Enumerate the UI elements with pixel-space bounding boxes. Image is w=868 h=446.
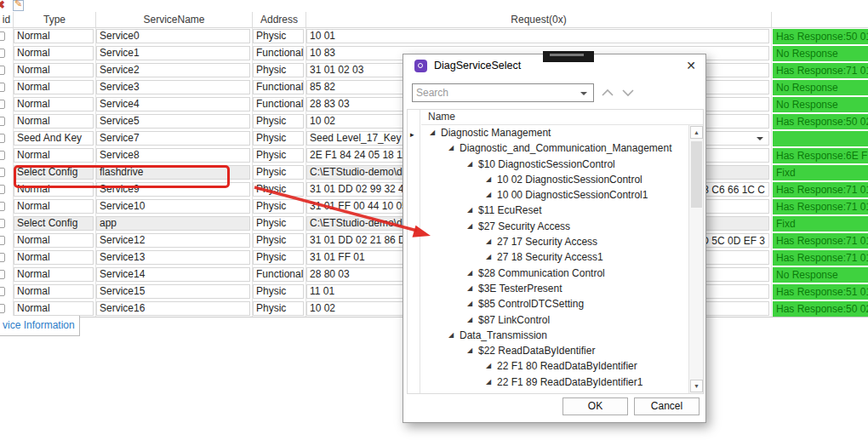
address-cell[interactable]: Physic <box>253 300 306 317</box>
type-cell[interactable]: Select Config <box>14 215 96 232</box>
tree-item[interactable]: ◢ $3E TesterPresent <box>421 281 688 296</box>
type-cell[interactable]: Normal <box>14 283 96 300</box>
request-cell[interactable]: 10 01 <box>306 28 772 45</box>
service-name-cell[interactable]: Service14 <box>96 266 253 283</box>
row-checkbox[interactable] <box>0 270 5 279</box>
row-checkbox[interactable] <box>0 100 5 109</box>
col-header-address[interactable]: Address <box>253 12 306 28</box>
row-checkbox[interactable] <box>0 236 5 245</box>
type-cell[interactable]: Normal <box>14 113 96 130</box>
service-name-cell[interactable]: Service7 <box>96 130 253 147</box>
edit-icon[interactable]: ✎ <box>13 0 24 11</box>
address-cell[interactable]: Physic <box>253 181 306 198</box>
scrollbar-thumb[interactable] <box>691 141 702 208</box>
tree-item[interactable]: ◢ 27 17 Security Access <box>421 234 688 249</box>
service-name-cell[interactable]: Service4 <box>96 96 253 113</box>
close-icon[interactable]: ✕ <box>686 59 696 72</box>
tree-item[interactable]: ◢ Diagnostic_and_Communication_Managemen… <box>421 140 688 156</box>
type-cell[interactable]: Normal <box>14 79 96 96</box>
type-cell[interactable]: Normal <box>14 266 96 283</box>
service-name-cell[interactable]: Service12 <box>96 232 253 249</box>
row-checkbox[interactable] <box>0 185 5 194</box>
type-cell[interactable]: Normal <box>14 198 96 215</box>
service-name-cell[interactable]: app <box>96 215 253 232</box>
address-cell[interactable]: Physic <box>253 198 306 215</box>
row-checkbox[interactable] <box>0 66 5 75</box>
search-dropdown-icon[interactable] <box>580 92 587 99</box>
row-checkbox[interactable] <box>0 134 5 143</box>
tree-item[interactable]: ◢ $87 LinkControl <box>421 312 688 328</box>
address-cell[interactable]: Physic <box>253 215 306 232</box>
address-cell[interactable]: Physic <box>253 283 306 300</box>
service-name-cell[interactable]: Service13 <box>96 249 253 266</box>
col-header-id[interactable]: id <box>0 12 14 28</box>
address-cell[interactable]: Physic <box>253 164 306 181</box>
address-cell[interactable]: Functional <box>253 266 306 283</box>
row-checkbox[interactable] <box>0 287 5 296</box>
service-name-cell[interactable]: Service16 <box>96 300 253 317</box>
search-combobox[interactable] <box>412 83 594 102</box>
type-cell[interactable]: Normal <box>14 249 96 266</box>
expander-icon[interactable]: ◢ <box>467 343 478 358</box>
service-name-cell[interactable]: Service3 <box>96 79 253 96</box>
address-cell[interactable]: Physic <box>253 249 306 266</box>
service-name-cell[interactable]: Service0 <box>96 28 253 45</box>
row-checkbox[interactable] <box>0 304 5 313</box>
tree-column-header[interactable]: Name <box>421 110 703 125</box>
tree-scrollbar[interactable]: ▲ ▼ <box>688 125 703 393</box>
expander-icon[interactable]: ◢ <box>467 266 478 281</box>
type-cell[interactable]: Normal <box>14 62 96 79</box>
type-cell[interactable]: Normal <box>14 232 96 249</box>
expander-icon[interactable]: ◢ <box>467 296 478 312</box>
row-checkbox[interactable] <box>0 83 5 92</box>
row-checkbox[interactable] <box>0 31 5 41</box>
expander-icon[interactable]: ◢ <box>486 187 497 203</box>
expander-icon[interactable]: ◢ <box>467 203 478 218</box>
address-cell[interactable]: Functional <box>253 79 306 96</box>
scroll-up-icon[interactable]: ▲ <box>690 126 703 139</box>
col-header-name[interactable]: ServiceName <box>96 12 253 28</box>
tree-item[interactable]: ◢ Data_Transmission <box>421 328 688 343</box>
tree-item[interactable]: ◢ 10 02 DiagnosticSessionControl <box>421 172 688 187</box>
delete-icon[interactable]: ✖ <box>0 0 5 11</box>
tree-item[interactable]: ◢ 10 00 DiagnosticSessionControl1 <box>421 187 688 203</box>
tree-item[interactable]: ◢ $28 Communication Control <box>421 266 688 281</box>
address-cell[interactable]: Physic <box>253 147 306 164</box>
type-cell[interactable]: Normal <box>14 28 96 45</box>
tab-service-information[interactable]: vice Information <box>0 316 80 336</box>
service-name-cell[interactable]: Service1 <box>96 45 253 62</box>
tree-item[interactable]: ◢ Diagnostic Management <box>421 125 688 140</box>
col-header-type[interactable]: Type <box>14 12 96 28</box>
col-header-request[interactable]: Request(0x) <box>306 12 772 28</box>
expander-icon[interactable]: ◢ <box>467 281 478 296</box>
tree-item[interactable]: ◢ $22 ReadDataByIdentifier <box>421 343 688 358</box>
row-checkbox[interactable] <box>0 151 5 160</box>
address-cell[interactable]: Functional <box>253 45 306 62</box>
request-dropdown-icon[interactable] <box>757 137 763 144</box>
row-checkbox[interactable] <box>0 117 5 126</box>
expander-icon[interactable]: ◢ <box>486 172 497 187</box>
expander-icon[interactable]: ◢ <box>448 140 460 156</box>
row-checkbox[interactable] <box>0 202 5 211</box>
service-name-cell[interactable]: Service15 <box>96 283 253 300</box>
search-next-icon[interactable] <box>621 87 635 99</box>
tree-item[interactable]: ◢ 22 F1 80 ReadDataByIdentifier <box>421 358 688 374</box>
scroll-down-icon[interactable]: ▼ <box>690 380 703 392</box>
address-cell[interactable]: Physic <box>253 62 306 79</box>
address-cell[interactable]: Physic <box>253 28 306 45</box>
service-name-cell[interactable]: Service5 <box>96 113 253 130</box>
expander-icon[interactable]: ◢ <box>467 219 478 234</box>
expander-icon[interactable]: ◢ <box>486 234 497 249</box>
tree-item[interactable]: ◢ $85 ControlDTCSetting <box>421 296 688 312</box>
row-checkbox[interactable] <box>0 168 5 177</box>
type-cell[interactable]: Normal <box>14 300 96 317</box>
tree-item[interactable]: ◢ $11 EcuReset <box>421 203 688 218</box>
expander-icon[interactable]: ◢ <box>467 157 478 172</box>
row-checkbox[interactable] <box>0 253 5 262</box>
type-cell[interactable]: Seed And Key <box>14 130 96 147</box>
cancel-button[interactable]: Cancel <box>634 397 700 415</box>
address-cell[interactable]: Physic <box>253 232 306 249</box>
address-cell[interactable]: Physic <box>253 113 306 130</box>
address-cell[interactable]: Physic <box>253 130 306 147</box>
col-header-result[interactable] <box>772 12 868 28</box>
